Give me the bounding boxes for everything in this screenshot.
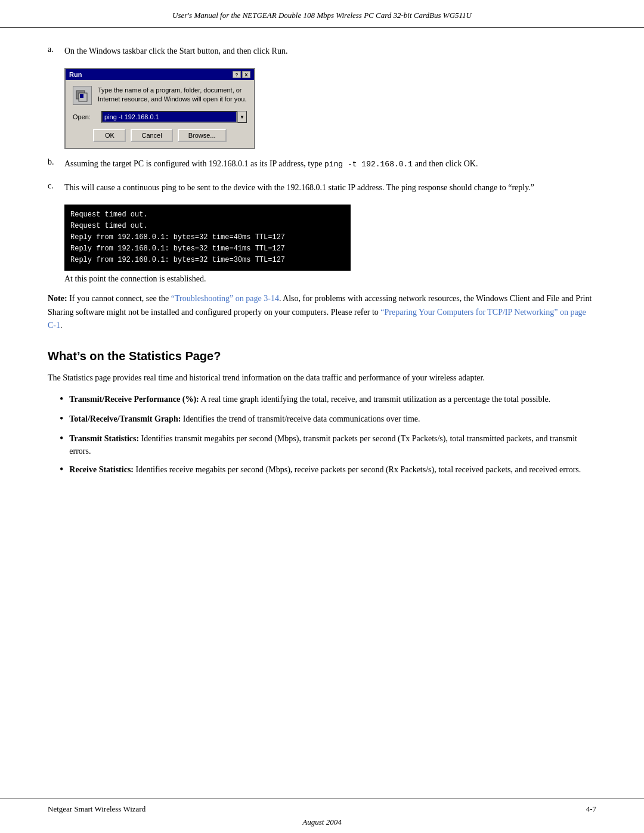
- footer-left: Netgear Smart Wireless Wizard: [48, 804, 145, 814]
- step-c: c. This will cause a continuous ping to …: [48, 181, 596, 194]
- terminal-line-0: Request timed out.: [70, 209, 345, 221]
- bullet-rest-3: Identifies receive megabits per second (…: [134, 465, 581, 474]
- step-a-label: a.: [48, 45, 64, 54]
- dialog-help-button[interactable]: ?: [233, 71, 241, 78]
- bullet-bold-1: Total/Receive/Transmit Graph:: [69, 414, 181, 423]
- content: a. On the Windows taskbar click the Star…: [0, 28, 644, 798]
- note-bold-label: Note:: [48, 294, 67, 303]
- browse-button[interactable]: Browse...: [178, 129, 227, 142]
- note-paragraph: Note: If you cannot connect, see the “Tr…: [48, 292, 596, 332]
- bullet-rest-0: A real time graph identifying the total,…: [199, 395, 550, 404]
- run-dialog: Run ? X: [64, 68, 255, 149]
- run-icon-svg: [75, 88, 89, 103]
- bullet-item-2: • Transmit Statistics: Identifies transm…: [60, 432, 596, 457]
- run-input[interactable]: [101, 111, 237, 123]
- troubleshooting-link[interactable]: “Troubleshooting” on page 3-14: [171, 294, 279, 303]
- bullet-rest-2: Identifies transmit megabits per second …: [69, 434, 577, 456]
- bullet-text-3: Receive Statistics: Identifies receive m…: [69, 463, 596, 476]
- bullet-item-1: • Total/Receive/Transmit Graph: Identifi…: [60, 413, 596, 426]
- bullet-rest-1: Identifies the trend of transmit/receive…: [181, 414, 420, 423]
- bullet-dot-3: •: [60, 462, 63, 477]
- dialog-buttons: OK Cancel Browse...: [73, 129, 247, 142]
- page: User's Manual for the NETGEAR Double 108…: [0, 0, 644, 833]
- dialog-title: Run: [69, 71, 82, 78]
- step-b-text: Assuming the target PC is configured wit…: [64, 157, 596, 171]
- footer-date: August 2004: [48, 817, 596, 827]
- section-intro: The Statistics page provides real time a…: [48, 371, 596, 385]
- bullet-text-2: Transmit Statistics: Identifies transmit…: [69, 432, 596, 457]
- dialog-desc-line1: Type the name of a program, folder, docu…: [98, 86, 246, 95]
- section-heading: What’s on the Statistics Page?: [48, 349, 596, 363]
- page-header: User's Manual for the NETGEAR Double 108…: [0, 0, 644, 28]
- bullet-text-1: Total/Receive/Transmit Graph: Identifies…: [69, 413, 596, 425]
- terminal-line-1: Request timed out.: [70, 221, 345, 232]
- open-label: Open:: [73, 113, 97, 120]
- terminal-line-3: Reply from 192.168.0.1: bytes=32 time=41…: [70, 243, 345, 255]
- connection-note: At this point the connection is establis…: [64, 274, 596, 284]
- step-a: a. On the Windows taskbar click the Star…: [48, 45, 596, 57]
- dropdown-button[interactable]: ▼: [237, 111, 247, 123]
- dialog-titlebar: Run ? X: [66, 69, 254, 80]
- footer-row1: Netgear Smart Wireless Wizard 4-7: [48, 804, 596, 814]
- terminal-line-4: Reply from 192.168.0.1: bytes=32 time=30…: [70, 255, 345, 266]
- bullet-dot-0: •: [60, 392, 63, 407]
- cancel-button[interactable]: Cancel: [131, 129, 172, 142]
- bullet-dot-2: •: [60, 431, 63, 446]
- step-c-label: c.: [48, 181, 64, 191]
- svg-rect-2: [80, 94, 83, 98]
- dialog-desc-line2: Internet resource, and Windows will open…: [98, 95, 246, 104]
- input-container: ▼: [101, 111, 247, 123]
- bullet-item-0: • Transmit/Receive Performance (%): A re…: [60, 393, 596, 407]
- bullet-list: • Transmit/Receive Performance (%): A re…: [60, 393, 596, 478]
- bullet-dot-1: •: [60, 411, 63, 426]
- dialog-close-button[interactable]: X: [242, 71, 250, 78]
- bullet-item-3: • Receive Statistics: Identifies receive…: [60, 463, 596, 477]
- page-footer: Netgear Smart Wireless Wizard 4-7 August…: [0, 798, 644, 833]
- bullet-bold-0: Transmit/Receive Performance (%):: [69, 395, 199, 404]
- dialog-inner: Type the name of a program, folder, docu…: [73, 86, 247, 105]
- bullet-bold-3: Receive Statistics:: [69, 465, 134, 474]
- step-c-text: This will cause a continuous ping to be …: [64, 181, 596, 194]
- dialog-description: Type the name of a program, folder, docu…: [98, 86, 246, 104]
- titlebar-buttons: ? X: [233, 71, 250, 78]
- bullet-bold-2: Transmit Statistics:: [69, 434, 139, 443]
- header-title: User's Manual for the NETGEAR Double 108…: [172, 11, 472, 20]
- step-b-code: ping -t 192.168.0.1: [324, 160, 413, 169]
- footer-date-text: August 2004: [302, 817, 341, 826]
- dialog-body: Type the name of a program, folder, docu…: [66, 80, 254, 148]
- terminal-block: Request timed out. Request timed out. Re…: [64, 205, 351, 271]
- terminal-line-2: Reply from 192.168.0.1: bytes=32 time=40…: [70, 232, 345, 243]
- step-b: b. Assuming the target PC is configured …: [48, 157, 596, 171]
- note-text-part1: If you cannot connect, see the: [67, 294, 171, 303]
- run-icon: [73, 86, 92, 105]
- note-text-part3: .: [60, 321, 63, 330]
- dialog-container: Run ? X: [64, 68, 596, 149]
- ok-button[interactable]: OK: [93, 129, 126, 142]
- step-b-label: b.: [48, 157, 64, 167]
- step-a-text: On the Windows taskbar click the Start b…: [64, 45, 596, 57]
- bullet-text-0: Transmit/Receive Performance (%): A real…: [69, 393, 596, 405]
- footer-right: 4-7: [586, 804, 596, 814]
- open-row: Open: ▼: [73, 111, 247, 123]
